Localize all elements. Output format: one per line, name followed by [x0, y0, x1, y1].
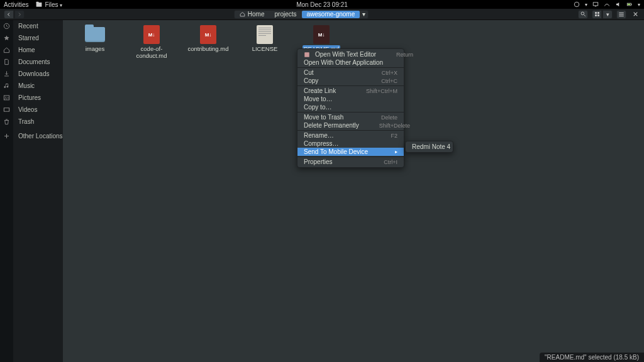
sidebar-item-other[interactable]: Other Locations — [13, 130, 63, 142]
context-menu-shortcut: Ctrl+C — [366, 78, 397, 84]
path-seg-current[interactable]: awesome-gnome — [302, 11, 360, 18]
system-tray[interactable]: ▾ ▾ — [574, 1, 640, 8]
clock[interactable]: Mon Dec 23 09:21 — [296, 1, 348, 8]
text-editor-icon — [304, 52, 310, 58]
grid-view-button[interactable] — [592, 10, 602, 19]
sidebar-item-starred[interactable]: Starred — [13, 32, 63, 44]
close-icon — [633, 11, 638, 17]
view-dropdown-button[interactable]: ▾ — [602, 10, 613, 19]
context-menu-label: Copy to… — [304, 104, 331, 111]
context-menu-item[interactable]: Move to… — [297, 95, 404, 103]
submenu-arrow-icon: ▸ — [395, 149, 397, 155]
context-menu-label: Properties — [304, 158, 333, 165]
sidebar-icon-pictures[interactable] — [0, 92, 13, 104]
close-window-button[interactable] — [630, 10, 640, 19]
context-menu-item[interactable]: Delete PermanentlyShift+Delete — [297, 121, 404, 129]
sidebar-icons — [0, 20, 13, 362]
path-dropdown[interactable]: ▾ — [360, 11, 368, 18]
sidebar-item-documents[interactable]: Documents — [13, 56, 63, 68]
context-menu-item[interactable]: Move to TrashDelete — [297, 113, 404, 121]
sidebar-icon-downloads[interactable] — [0, 68, 13, 80]
app-menu-label: Files — [45, 1, 62, 8]
file-item[interactable]: images — [74, 25, 116, 60]
markdown-icon: M↓ — [140, 25, 163, 44]
file-item[interactable]: LICENSE — [244, 25, 286, 60]
context-menu-shortcut: Delete — [366, 114, 397, 121]
context-menu-label: Move to… — [304, 96, 333, 102]
context-menu-label: Compress… — [304, 140, 339, 147]
svg-rect-10 — [597, 12, 599, 14]
forward-button[interactable] — [14, 10, 25, 19]
sidebar-icon-videos[interactable] — [0, 104, 13, 116]
context-menu-item[interactable]: Create LinkShift+Ctrl+M — [297, 87, 404, 95]
markdown-icon: M↓ — [197, 25, 219, 44]
context-menu-shortcut: Shift+Delete — [364, 123, 410, 129]
svg-rect-11 — [595, 14, 597, 16]
svg-rect-9 — [595, 12, 597, 14]
context-menu-shortcut: Ctrl+I — [369, 159, 397, 165]
path-seg-projects[interactable]: projects — [269, 11, 301, 18]
context-menu-label: Rename… — [304, 132, 334, 139]
context-menu-item[interactable]: CutCtrl+X — [297, 69, 404, 77]
path-bar[interactable]: Home projects awesome-gnome ▾ — [234, 10, 369, 19]
back-button[interactable] — [4, 10, 14, 19]
status-bar: "README.md" selected (18.5 kB) — [540, 353, 644, 362]
svg-rect-3 — [593, 3, 598, 6]
path-seg-home[interactable]: Home — [235, 11, 270, 18]
context-menu-label: Copy — [304, 77, 318, 84]
context-menu-item[interactable]: Rename…F2 — [297, 131, 404, 140]
sidebar-item-home[interactable]: Home — [13, 44, 63, 56]
context-menu-item[interactable]: Compress… — [297, 140, 404, 148]
file-view[interactable]: imagesM↓code-of-conduct.mdM↓contributing… — [63, 20, 644, 362]
context-menu-label: Open With Text Editor — [315, 51, 376, 58]
context-menu-label: Send To Mobile Device — [304, 148, 368, 155]
chevron-right-icon — [17, 12, 22, 17]
context-submenu: Redmi Note 4 — [405, 141, 453, 153]
keyboard-layout-icon — [574, 1, 580, 8]
file-item[interactable]: M↓code-of-conduct.md — [131, 25, 172, 60]
tray-caret: ▾ — [585, 2, 587, 8]
context-menu-item[interactable]: Copy to… — [297, 103, 404, 111]
activities-button[interactable]: Activities — [4, 1, 28, 8]
sidebar-icon-recent[interactable] — [0, 20, 13, 32]
path-label-current: awesome-gnome — [307, 11, 355, 18]
sidebar-item-pictures[interactable]: Pictures — [13, 92, 63, 104]
context-menu-shortcut: Return — [381, 52, 413, 58]
svg-rect-16 — [4, 108, 9, 112]
sidebar-item-trash[interactable]: Trash — [13, 116, 63, 128]
sidebar-item-downloads[interactable]: Downloads — [13, 68, 63, 80]
sidebar-icon-trash[interactable] — [0, 116, 13, 128]
markdown-icon: M↓ — [310, 25, 333, 44]
app-menu[interactable]: Files — [36, 1, 62, 8]
svg-rect-1 — [36, 2, 39, 4]
context-menu-item[interactable]: Open With Other Application — [297, 58, 404, 67]
sidebar-item-videos[interactable]: Videos — [13, 104, 63, 116]
context-menu-item[interactable]: Redmi Note 4 — [406, 143, 453, 151]
svg-point-2 — [574, 2, 579, 7]
text-file-icon — [253, 25, 276, 44]
sidebar-icon-other[interactable] — [0, 130, 13, 142]
sidebar-icon-home[interactable] — [0, 44, 13, 56]
search-button[interactable] — [578, 10, 588, 19]
volume-icon — [615, 1, 621, 8]
context-menu-label: Open With Other Application — [304, 59, 383, 66]
nav-buttons — [4, 10, 25, 19]
context-menu-item[interactable]: PropertiesCtrl+I — [297, 158, 404, 166]
file-item[interactable]: M↓contributing.md — [187, 25, 229, 60]
sidebar-icon-starred[interactable] — [0, 32, 13, 44]
sidebar-item-music[interactable]: Music — [13, 80, 63, 92]
context-menu-label: Redmi Note 4 — [412, 143, 450, 150]
context-menu: Open With Text EditorReturnOpen With Oth… — [297, 48, 404, 168]
chevron-left-icon — [6, 12, 11, 17]
context-menu-item[interactable]: CopyCtrl+C — [297, 77, 404, 85]
screen-icon — [592, 1, 599, 8]
sidebar-icon-documents[interactable] — [0, 56, 13, 68]
context-menu-label: Move to Trash — [304, 114, 343, 121]
sidebar-icon-music[interactable] — [0, 80, 13, 92]
context-menu-item[interactable]: Send To Mobile Device▸ — [297, 148, 404, 156]
path-label-projects: projects — [274, 11, 296, 18]
hamburger-button[interactable] — [616, 10, 626, 19]
sidebar-item-recent[interactable]: Recent — [13, 20, 63, 32]
context-menu-item[interactable]: Open With Text EditorReturn — [297, 50, 404, 58]
home-icon — [240, 11, 245, 17]
